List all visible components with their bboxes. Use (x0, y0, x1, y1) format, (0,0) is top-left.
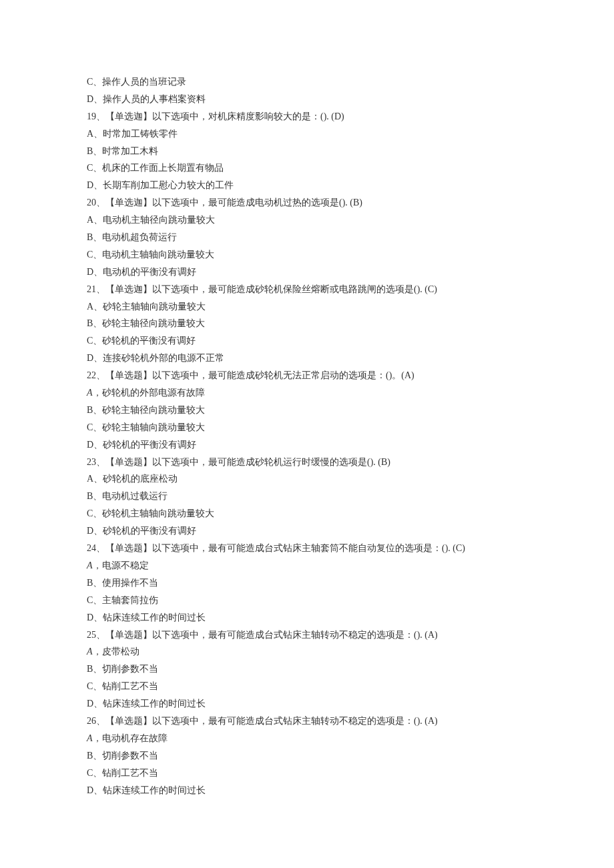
text-line: 21、【单选迦】以下选项中，最可能造成砂轮机保险丝熔断或电路跳闸的选项是(). … (87, 281, 527, 298)
italic-prefix: A (87, 646, 93, 657)
text-line: A，电动机存在故障 (87, 730, 527, 747)
text-line: 20、【单选迦】以下选项中，最可能造成电动机过热的选项是(). (B) (87, 194, 527, 211)
text-line: B、切削参数不当 (87, 661, 527, 678)
text-line: 24、【单选题】以下选项中，最有可能造成台式钻床主轴套筒不能自动复位的选项是：(… (87, 540, 527, 557)
text-line: B、使用操作不当 (87, 574, 527, 592)
text-line: B、时常加工木料 (87, 143, 527, 160)
text-line: A，砂轮机的外部电源有故障 (87, 384, 527, 402)
italic-prefix: A (87, 560, 93, 570)
text-line: 22、【单选题】以下选项中，最可能造成砂轮机无法正常启动的选项是：()。(A) (87, 367, 527, 384)
line-rest: ，电动机存在故障 (93, 733, 168, 743)
line-rest: ，电源不稳定 (93, 560, 149, 570)
text-line: C、砂轮机主轴轴向跳动量较大 (87, 505, 527, 522)
document-page: C、操作人员的当班记录D、操作人员的人事档案资料19、【单选迦】以下选项中，对机… (0, 0, 614, 868)
text-line: A、电动机主轴径向跳动量较大 (87, 211, 527, 229)
text-line: C、操作人员的当班记录 (87, 73, 527, 91)
text-line: D、长期车削加工慰心力较大的工件 (87, 177, 527, 194)
text-line: A，电源不稳定 (87, 557, 527, 574)
text-line: 26、【单选题】以下选项中，最有可能造成台式钻床主轴转动不稳定的选项是：(). … (87, 713, 527, 730)
text-line: C、砂轮机的平衡没有调好 (87, 332, 527, 350)
text-line: 25、【单选题】以下选项中，最有可能造成台式钻床主轴转动不稳定的选项是：(). … (87, 626, 527, 644)
text-line: D、钻床连续工作的时间过长 (87, 609, 527, 626)
text-line: D、砂轮机的平衡没有调好 (87, 522, 527, 540)
text-line: D、砂轮机的平衡没有调好 (87, 436, 527, 454)
line-rest: ，皮带松动 (93, 646, 139, 657)
text-line: D、操作人员的人事档案资料 (87, 91, 527, 108)
text-line: B、砂轮主轴径向跳动量较大 (87, 402, 527, 419)
italic-prefix: A (87, 388, 93, 398)
text-line: C、电动机主轴轴向跳动量较大 (87, 246, 527, 264)
text-line: B、切削参数不当 (87, 747, 527, 765)
text-line: C、砂轮主轴轴向跳动量较大 (87, 419, 527, 436)
text-line: A、砂轮机的底座松动 (87, 470, 527, 488)
text-line: C、钻削工艺不当 (87, 765, 527, 782)
text-line: A、时常加工铸铁零件 (87, 125, 527, 143)
text-line: B、电动机超负荷运行 (87, 229, 527, 246)
line-rest: ，砂轮机的外部电源有故障 (93, 388, 205, 398)
text-line: 19、【单选迦】以下选项中，对机床精度影响较大的是：(). (D) (87, 108, 527, 125)
text-line: B、砂轮主轴径向跳动量较大 (87, 315, 527, 332)
text-line: A、砂轮主轴轴向跳动量较大 (87, 298, 527, 316)
text-line: D、钻床连续工作的时间过长 (87, 782, 527, 799)
text-line: D、钻床连续工作的时间过长 (87, 695, 527, 713)
text-line: B、电动机过载运行 (87, 488, 527, 505)
text-line: 23、【单选题】以下选项中，最可能造成砂轮机运行时缓慢的选项是(). (B) (87, 454, 527, 471)
text-line: A，皮带松动 (87, 643, 527, 661)
text-line: D、电动机的平衡没有调好 (87, 264, 527, 281)
text-line: C、主轴套筒拉伤 (87, 592, 527, 609)
text-line: C、钻削工艺不当 (87, 678, 527, 695)
text-line: C、机床的工作面上长期置有物品 (87, 159, 527, 177)
text-line: D、连接砂轮机外部的电源不正常 (87, 350, 527, 367)
italic-prefix: A (87, 733, 93, 743)
